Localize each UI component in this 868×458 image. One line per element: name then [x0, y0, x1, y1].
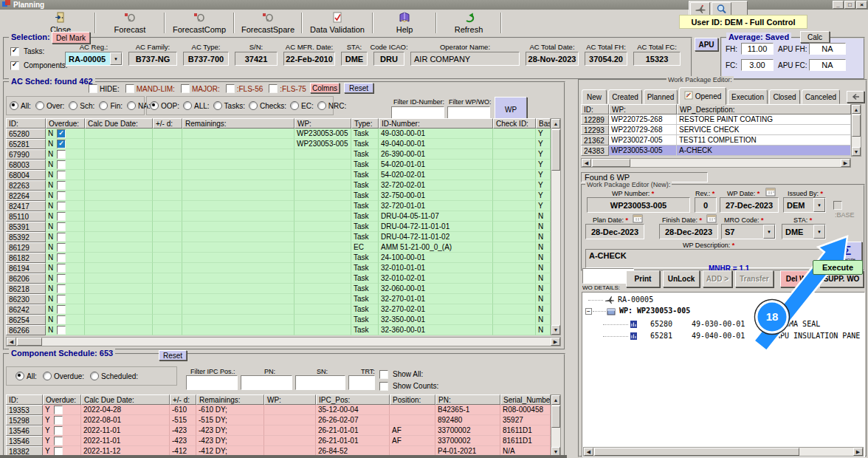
table-row[interactable]: 67990NTask26-390-00-01Y [6, 149, 551, 160]
row-mark-cell[interactable]: Y [43, 436, 81, 446]
row-id-cell[interactable]: 82264 [6, 191, 46, 201]
column-header-rem[interactable]: Remainings: [182, 118, 294, 129]
column-header-pmd[interactable]: +/- d: [170, 394, 196, 405]
sort-asc-icon[interactable]: ▲ [852, 105, 861, 114]
row-id-cell[interactable]: 86254 [6, 315, 46, 325]
plan-date-value[interactable]: 28-Dec-2023 [585, 224, 644, 239]
wp-list-vscroll[interactable]: ▲ ▼ [851, 104, 861, 157]
show-counts-checkbox-box[interactable] [379, 382, 388, 391]
row-id-cell[interactable]: 86194 [6, 263, 46, 273]
row-id-cell[interactable]: 68003 [6, 160, 46, 170]
pn-input[interactable] [241, 375, 292, 390]
apu-button[interactable]: APU [695, 38, 718, 51]
del-wp-button[interactable]: Del WP [780, 270, 817, 287]
filter-checkbox-mandlim[interactable]: MAND-LIM: [125, 84, 175, 93]
components-checkbox[interactable]: Components: [10, 61, 68, 70]
mro-code-dropdown[interactable]: S7▼ [721, 224, 776, 239]
tab-created[interactable]: Created [608, 89, 642, 104]
columns-button[interactable]: Colmns [310, 83, 340, 93]
column-header-pmd[interactable]: +/- d: [153, 118, 182, 129]
tab-closed[interactable]: Closed [769, 89, 800, 104]
dropdown-arrow[interactable]: ▼ [763, 225, 775, 239]
row-mark-cell[interactable]: N [46, 325, 85, 335]
tab-canceled[interactable]: Canceled [802, 89, 840, 104]
tasks-checkbox-box[interactable] [10, 47, 19, 56]
ac-reg-value[interactable]: RA-00005▼ [65, 52, 123, 66]
radio-oop[interactable]: OOP: [150, 101, 179, 110]
column-header-desc[interactable]: WP_Description: [677, 104, 851, 115]
fh-value[interactable]: 11.00 [741, 43, 774, 55]
radio-all[interactable]: ALL: [183, 101, 210, 110]
row-mark-cell[interactable]: N [46, 253, 85, 263]
forecastcomp-button[interactable]: ForecastComp [165, 10, 233, 36]
show-all-checkbox[interactable]: Show All: [379, 369, 423, 379]
components-checkbox-box[interactable] [10, 61, 19, 70]
row-mark-cell[interactable]: N [46, 242, 85, 253]
table-row[interactable]: 13546Y2022-11-01-423-423 DY;26-21-01-01A… [6, 425, 551, 436]
collapse-panel-button[interactable] [847, 91, 864, 103]
table-row[interactable]: 85110NTaskDRU-04-05-11-07N [6, 211, 551, 222]
row-id-cell[interactable]: 86242 [6, 304, 46, 315]
scroll-left-icon[interactable]: ◀ [7, 338, 16, 346]
transfer-button[interactable]: Transfer [735, 270, 774, 287]
column-header-base[interactable]: Base: [536, 118, 551, 129]
row-mark-cell[interactable]: N [46, 191, 85, 201]
row-checkbox[interactable] [57, 202, 66, 211]
row-id-cell[interactable]: 85391 [6, 222, 46, 232]
sta-dropdown[interactable]: DME▼ [782, 224, 826, 239]
row-id-cell[interactable]: 13546 [6, 436, 43, 446]
column-header-ipc[interactable]: IPC_Pos: [316, 394, 390, 405]
scroll-down-icon[interactable]: ▼ [551, 325, 560, 335]
collapse-expander-icon[interactable]: − [585, 308, 592, 315]
column-header-chk[interactable]: Check ID: [493, 118, 536, 129]
table-row[interactable]: 86194NTask32-010-01-01N [6, 263, 551, 273]
row-checkbox[interactable] [54, 416, 63, 425]
row-mark-cell[interactable]: N [46, 294, 85, 304]
dropdown-arrow[interactable]: ▼ [813, 198, 825, 212]
radio-ec[interactable]: EC: [290, 101, 314, 110]
checkbox-icon[interactable] [181, 84, 190, 93]
table-row[interactable]: 86266NTask32-360-00-01N [6, 325, 551, 335]
calendar-icon[interactable] [706, 214, 717, 225]
unlock-button[interactable]: UnLock [663, 270, 700, 287]
ac-sched-hscroll[interactable]: ◀ ▶ [6, 337, 561, 346]
row-checkbox[interactable] [57, 284, 66, 293]
table-row[interactable]: 21362WP230027-005TEST11 COMPLETION [581, 135, 851, 146]
radio-overdue[interactable]: Overdue: [43, 372, 84, 380]
row-id-cell[interactable]: 85110 [6, 211, 46, 222]
filter-checkbox-fls56[interactable]: :FLS-56 [226, 84, 264, 93]
table-row[interactable]: 86206NTask32-010-02-01N [6, 273, 551, 284]
wp-list-hscroll[interactable]: ◀ ▶ [581, 158, 851, 168]
sn-input[interactable] [295, 375, 345, 390]
scroll-right-icon[interactable]: ▶ [841, 159, 850, 167]
column-header-id[interactable]: ID: [581, 104, 609, 115]
row-mark-cell[interactable]: N [46, 222, 85, 232]
radio-nrc[interactable]: NRC: [317, 101, 346, 110]
column-header-wp[interactable]: WP: [264, 394, 316, 405]
row-id-cell[interactable]: 24383 [581, 146, 609, 156]
row-checkbox[interactable] [54, 437, 63, 445]
column-header-wp[interactable]: WP: [294, 118, 351, 129]
row-checkbox[interactable] [57, 129, 66, 138]
table-row[interactable]: 15298Y2022-08-01-515-515 DY;26-26-02-078… [6, 415, 551, 425]
row-id-cell[interactable]: 68004 [6, 170, 46, 180]
apu-fh-value[interactable]: NA [809, 43, 846, 55]
row-mark-cell[interactable]: Y [43, 425, 81, 436]
table-row[interactable]: 12289WP220725-268RESTORE PAINT COATING [581, 115, 851, 125]
base-checkbox[interactable]: :BASE [833, 200, 864, 219]
tab-opened[interactable]: Opened [679, 87, 726, 105]
row-id-cell[interactable]: 65281 [6, 139, 46, 149]
row-id-cell[interactable]: 86129 [6, 242, 46, 253]
column-header-rem[interactable]: Remainings: [196, 394, 264, 405]
tab-new[interactable]: New [582, 89, 607, 104]
add-button[interactable]: ADD > [703, 270, 732, 287]
row-checkbox[interactable] [57, 243, 66, 252]
radio-icon[interactable] [99, 101, 108, 110]
radio-icon[interactable] [16, 372, 24, 380]
wp-number-value[interactable]: WP230053-005 [587, 197, 690, 213]
column-header-due[interactable]: Calc Due Date: [85, 118, 153, 129]
restore-button[interactable]: □ [844, 1, 855, 9]
row-mark-cell[interactable]: N [46, 129, 85, 139]
comp-reset-button[interactable]: Reset [159, 350, 187, 360]
table-row[interactable]: 85392NTaskDRU-04-72-11-01-02N [6, 232, 551, 242]
